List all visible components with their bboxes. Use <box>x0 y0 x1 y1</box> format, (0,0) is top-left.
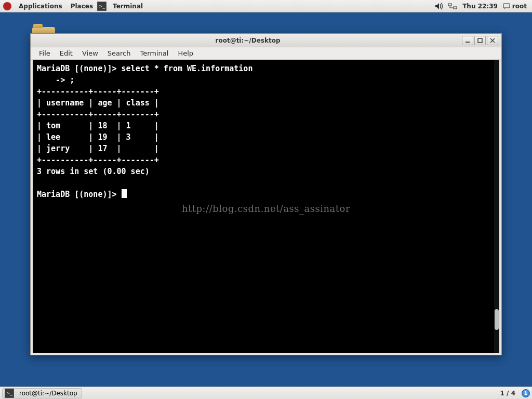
system-tray: Thu 22:39 root <box>435 3 529 10</box>
terminal-output: MariaDB [(none)]> select * from WE.infor… <box>33 60 499 203</box>
svg-rect-1 <box>454 7 457 9</box>
watermark: http://blog.csdn.net/ass_assinator <box>182 203 350 214</box>
volume-icon[interactable] <box>435 3 443 10</box>
applications-menu[interactable]: Applications <box>15 3 66 10</box>
titlebar[interactable]: root@ti:~/Desktop <box>31 34 501 47</box>
user-menu[interactable]: root <box>503 3 527 10</box>
menu-help[interactable]: Help <box>174 48 197 58</box>
terminal-body[interactable]: MariaDB [(none)]> select * from WE.infor… <box>33 60 499 353</box>
menu-view[interactable]: View <box>78 48 102 58</box>
svg-rect-4 <box>478 38 482 43</box>
workspace-pager[interactable]: 1 / 4 <box>496 390 520 397</box>
terminal-cursor <box>122 189 127 198</box>
minimize-button[interactable] <box>462 36 473 45</box>
update-badge: 1 <box>524 390 528 396</box>
terminal-icon: >_ <box>5 389 14 398</box>
maximize-button[interactable] <box>474 36 486 45</box>
menu-terminal[interactable]: Terminal <box>136 48 172 58</box>
distro-icon <box>3 2 11 10</box>
close-button[interactable] <box>487 36 498 45</box>
menu-edit[interactable]: Edit <box>56 48 77 58</box>
places-menu[interactable]: Places <box>66 3 97 10</box>
scrollbar-thumb[interactable] <box>495 309 499 330</box>
terminal-window: root@ti:~/Desktop File Edit View Search … <box>30 33 502 355</box>
taskbar-item-label: root@ti:~/Desktop <box>19 390 77 397</box>
bottom-panel: >_ root@ti:~/Desktop 1 / 4 1 <box>0 387 532 399</box>
svg-rect-0 <box>448 4 451 6</box>
user-label: root <box>512 3 527 10</box>
terminal-launcher-icon[interactable]: >_ <box>97 2 107 11</box>
chat-icon <box>503 3 510 9</box>
top-panel: Applications Places >_ Terminal Thu 22:3… <box>0 0 532 12</box>
taskbar-item-terminal[interactable]: >_ root@ti:~/Desktop <box>2 388 82 398</box>
terminal-scrollbar[interactable] <box>494 60 499 353</box>
svg-rect-2 <box>503 4 510 8</box>
update-notifier-icon[interactable]: 1 <box>522 389 530 397</box>
window-title: root@ti:~/Desktop <box>34 37 462 44</box>
menu-file[interactable]: File <box>35 48 55 58</box>
terminal-launcher-label[interactable]: Terminal <box>109 3 147 10</box>
clock[interactable]: Thu 22:39 <box>462 3 498 10</box>
menu-search[interactable]: Search <box>103 48 135 58</box>
network-icon[interactable] <box>448 3 457 9</box>
menubar: File Edit View Search Terminal Help <box>31 47 501 60</box>
svg-rect-3 <box>466 42 470 43</box>
